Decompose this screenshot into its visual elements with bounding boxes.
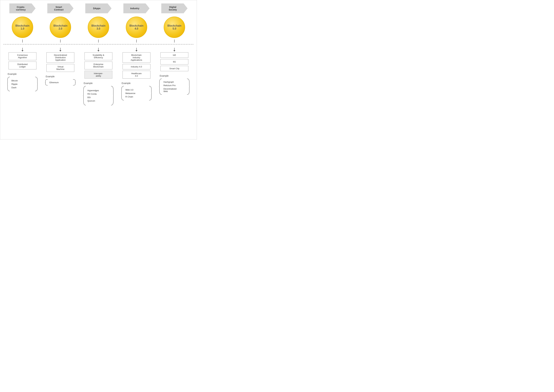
example-label-3: Example	[84, 82, 92, 84]
box-blockchain-industry-apps-text: BlockchainIndustryApplications	[131, 54, 142, 61]
arrow-smartcontract: SmartContract	[47, 3, 74, 13]
arrow-down-3	[97, 48, 99, 51]
arrow-dapps-label: DApps	[93, 7, 100, 10]
arrow-cryptocurrency-label: Crypto-currency	[16, 6, 26, 11]
example-item-decentralizedweb: DecentralizedWeb	[163, 88, 177, 92]
left-brace-4	[121, 86, 124, 101]
box-consensus-algorithm: ConsensusAlgorithm	[8, 52, 36, 60]
arrow-down-1	[21, 48, 23, 51]
box-6g: 6G	[160, 59, 188, 64]
arrow-industry: Industry	[123, 3, 150, 13]
brace-container-1: Bitcoin Ripple Dash	[7, 77, 38, 91]
example-item-r3corda: R3 Corda	[87, 93, 97, 95]
top-connector-2	[44, 40, 77, 42]
box-6g-text: 6G	[173, 61, 176, 63]
example-item-web30: Web 3.0	[125, 89, 133, 91]
circle-blockchain4: Blockchain4.0	[126, 17, 147, 38]
box-healthcare40: Healthcare4.0	[123, 71, 150, 79]
example-label-1: Example	[8, 73, 17, 75]
circle-blockchain3: Blockchain3.0	[88, 17, 109, 38]
box-smartcity-text: Smart City	[169, 67, 180, 70]
box-industry40-text: Industry 4.0	[131, 65, 142, 68]
example-item-hyperedges: Hyperedges	[87, 89, 99, 92]
example-label-5: Example	[160, 75, 168, 77]
box-consensus-algorithm-text: ConsensusAlgorithm	[17, 54, 28, 59]
left-brace-2	[45, 79, 48, 86]
top-connector-4	[120, 40, 153, 42]
example-item-dash: Dash	[12, 86, 16, 89]
example-item-relictum: Relictum Pro	[163, 84, 175, 87]
example-item-hashgraph: Hashgraph	[163, 81, 174, 83]
circle-blockchain2-label: Blockchain2.0	[54, 24, 67, 30]
box-smartcity: Smart City	[160, 66, 188, 71]
column-2: DecentralizedDistributionApplication Vir…	[44, 48, 77, 86]
example-label-4: Example	[122, 82, 131, 84]
example-label-2: Example	[46, 75, 55, 78]
right-brace-2	[73, 79, 76, 86]
left-brace-5	[159, 78, 162, 95]
box-enterprise-blockchain: EnterpriseBlockchain	[84, 62, 112, 70]
left-brace-1	[7, 77, 10, 91]
example-item-ripple: Ripple	[12, 83, 18, 85]
box-distributed-ledger-text: DistributedLedger	[17, 63, 28, 68]
box-blockchain-industry-apps: BlockchainIndustryApplications	[123, 52, 150, 63]
arrow-digitalsociety: DigitalSociety	[161, 3, 187, 13]
box-distributed-ledger: DistributedLedger	[8, 62, 36, 70]
circle-blockchain5-label: Blockchain5.0	[167, 24, 181, 30]
example-items-1: Bitcoin Ripple Dash	[10, 78, 35, 90]
column-4: BlockchainIndustryApplications Industry …	[120, 48, 153, 101]
box-virtual-machine-text: VirtualMachine	[56, 65, 64, 70]
example-item-quorum: Quorum	[87, 100, 95, 102]
box-decentralized-distribution: DecentralizedDistributionApplication	[46, 52, 74, 63]
top-connector-1	[6, 40, 39, 42]
arrow-digitalsociety-label: DigitalSociety	[169, 6, 177, 11]
circle-blockchain1: Blockchain1.0	[12, 17, 33, 38]
circle-blockchain5: Blockchain5.0	[164, 17, 185, 38]
brace-container-3: Hyperedges R3 Corda B3i Quorum	[83, 86, 114, 105]
example-item-b3i: B3i	[87, 96, 90, 99]
box-ioe: IoE	[160, 52, 188, 58]
circle-blockchain4-label: Blockchain4.0	[129, 24, 143, 30]
arrow-industry-label: Industry	[130, 7, 139, 10]
box-interoperability: Interoper-ability	[84, 71, 112, 79]
column-5: IoE 6G Smart City Example Hashgraph Reli…	[158, 48, 191, 95]
circle-blockchain1-label: Blockchain1.0	[15, 24, 29, 30]
top-connector-5	[158, 40, 191, 42]
brace-container-2: Ethereum	[45, 79, 76, 86]
column-3: Scalability &Efficiency EnterpriseBlockc…	[82, 48, 115, 105]
box-decentralized-distribution-text: DecentralizedDistributionApplication	[54, 54, 67, 61]
dashed-divider	[3, 44, 194, 44]
right-brace-5	[187, 78, 190, 95]
box-industry40: Industry 4.0	[123, 64, 150, 70]
arrow-cryptocurrency: Crypto-currency	[9, 3, 36, 13]
arrow-row: Crypto-currency SmartContract DApps Indu…	[3, 3, 194, 13]
box-healthcare40-text: Healthcare4.0	[131, 72, 142, 77]
arrow-down-2	[59, 48, 61, 51]
brace-container-5: Hashgraph Relictum Pro DecentralizedWeb	[159, 78, 190, 95]
example-item-metaverse: Metaverse	[125, 92, 136, 95]
example-item-rchain: R Chain	[125, 96, 133, 98]
top-connectors	[3, 40, 194, 42]
arrow-smartcontract-label: SmartContract	[54, 6, 64, 11]
box-ioe-text: IoE	[173, 54, 176, 56]
example-items-5: Hashgraph Relictum Pro DecentralizedWeb	[162, 80, 187, 94]
box-interoperability-text: Interoper-ability	[94, 72, 103, 77]
right-brace-3	[111, 86, 114, 105]
box-scalability-efficiency: Scalability &Efficiency	[84, 52, 112, 60]
example-items-4: Web 3.0 Metaverse R Chain	[124, 87, 149, 99]
column-1: ConsensusAlgorithm DistributedLedger Exa…	[6, 48, 39, 91]
arrow-down-5	[173, 48, 175, 51]
box-enterprise-blockchain-text: EnterpriseBlockchain	[93, 63, 104, 68]
arrow-down-4	[136, 48, 138, 51]
right-brace-4	[149, 86, 152, 101]
right-brace-1	[35, 77, 38, 91]
example-item-bitcoin: Bitcoin	[12, 79, 18, 82]
circle-blockchain2: Blockchain2.0	[50, 17, 71, 38]
blockchain-evolution-diagram: Crypto-currency SmartContract DApps Indu…	[3, 3, 194, 105]
example-item-ethereum: Ethereum	[49, 81, 59, 84]
circles-row: Blockchain1.0 Blockchain2.0 Blockchain3.…	[3, 17, 194, 38]
arrow-dapps: DApps	[85, 3, 111, 13]
example-items-2: Ethereum	[48, 80, 73, 85]
left-brace-3	[83, 86, 86, 105]
box-virtual-machine: VirtualMachine	[46, 64, 74, 72]
